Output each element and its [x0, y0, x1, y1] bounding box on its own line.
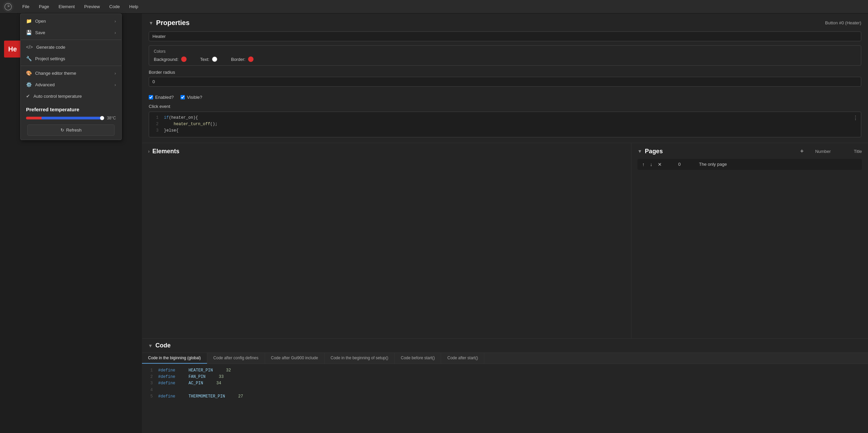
checkbox-row: Enabled? Visible? — [149, 95, 861, 100]
menu-open[interactable]: 📁 Open › — [21, 15, 121, 27]
menu-page[interactable]: Page — [34, 3, 54, 10]
menu-project-settings[interactable]: 🔧 Project settings — [21, 53, 121, 64]
code-icon: </> — [26, 44, 33, 50]
bg-color-dot — [181, 56, 187, 62]
pages-panel: ▼ Pages + Number Title ↑ ↓ ✕ 0 The only … — [631, 143, 868, 338]
menu-bar: File Page Element Preview Code Help — [0, 0, 868, 14]
properties-header: ▼ Properties Button #0 (Heater) — [149, 19, 861, 27]
properties-badge: Button #0 (Heater) — [825, 20, 861, 25]
code-line-3: 3 }else{ — [153, 128, 857, 134]
code-tabs: Code in the biginning (global) Code afte… — [142, 353, 868, 364]
title-col-header: Title — [854, 149, 862, 154]
menu-file[interactable]: File — [18, 3, 34, 10]
page-title: The only page — [699, 162, 727, 167]
visible-checkbox[interactable] — [180, 95, 185, 99]
preferred-temp-section: Preferred temperature 38°C — [21, 102, 121, 122]
code-line-4: 4 — [147, 387, 863, 393]
visible-checkbox-label[interactable]: Visible? — [180, 95, 202, 100]
element-name-input[interactable] — [149, 31, 861, 41]
menu-save[interactable]: 💾 Save › — [21, 27, 121, 38]
temp-value: 38°C — [107, 116, 116, 120]
code-line-2: 2 #define FAN_PIN 33 — [147, 374, 863, 380]
menu-auto-control-temp[interactable]: ✔ Auto control temperature — [21, 90, 121, 102]
click-event-label: Click event — [149, 104, 861, 109]
page-down-button[interactable]: ↓ — [649, 161, 654, 168]
border-radius-input[interactable] — [149, 77, 861, 87]
pages-collapse-icon[interactable]: ▼ — [637, 149, 642, 154]
wrench-icon: 🔧 — [26, 56, 32, 61]
properties-title: ▼ Properties — [149, 19, 190, 27]
bottom-panels-row: › Elements ▼ Pages + Number Title ↑ ↓ ✕ … — [142, 143, 868, 338]
menu-divider — [21, 40, 121, 40]
click-event-section: Click event ⋮ 1 if(heater_on){ 2 heater_… — [149, 104, 861, 137]
temp-slider-row: 38°C — [26, 116, 116, 120]
properties-panel: ▼ Properties Button #0 (Heater) Colors B… — [142, 14, 868, 143]
open-icon: 📁 — [26, 18, 32, 24]
code-panel: ▼ Code Code in the biginning (global) Co… — [142, 338, 868, 433]
elements-header: › Elements — [148, 148, 625, 155]
elements-collapse-icon[interactable]: › — [148, 149, 150, 154]
file-dropdown: 📁 Open › 💾 Save › </> Generate code 🔧 Pr… — [20, 14, 122, 140]
arrow-icon: › — [115, 82, 116, 87]
bg-color-item[interactable]: Background: — [154, 56, 187, 62]
refresh-icon: ↻ — [61, 128, 64, 133]
menu-generate-code[interactable]: </> Generate code — [21, 41, 121, 53]
menu-divider-2 — [21, 66, 121, 66]
arrow-icon: › — [115, 19, 116, 24]
text-color-dot — [212, 56, 217, 62]
table-row: ↑ ↓ ✕ 0 The only page — [637, 159, 862, 170]
palette-icon: 🎨 — [26, 70, 32, 76]
tab-before-start[interactable]: Code before start() — [395, 353, 441, 364]
click-event-editor[interactable]: ⋮ 1 if(heater_on){ 2 heater_turn_off(); … — [149, 112, 861, 137]
enabled-checkbox-label[interactable]: Enabled? — [149, 95, 174, 100]
elements-panel: › Elements — [142, 143, 631, 338]
page-number: 0 — [673, 162, 686, 167]
refresh-button[interactable]: ↻ Refresh — [27, 124, 115, 136]
menu-code[interactable]: Code — [104, 3, 124, 10]
number-col-header: Number — [815, 149, 831, 154]
check-icon: ✔ — [26, 93, 30, 99]
text-color-item[interactable]: Text: — [200, 56, 217, 62]
pages-header: ▼ Pages + Number Title — [637, 148, 862, 155]
gear-icon: ⚙️ — [26, 82, 32, 87]
code-line-1: 1 #define HEATER_PIN 32 — [147, 367, 863, 374]
he-block: He — [4, 41, 21, 58]
preferred-temp-label: Preferred temperature — [26, 107, 116, 112]
arrow-icon: › — [115, 30, 116, 35]
menu-preview[interactable]: Preview — [79, 3, 104, 10]
add-page-button[interactable]: + — [798, 148, 806, 155]
colors-section: Colors Background: Text: Border: — [149, 45, 861, 66]
border-color-item[interactable]: Border: — [231, 56, 254, 62]
enabled-checkbox[interactable] — [149, 95, 153, 99]
arrow-icon: › — [115, 71, 116, 76]
more-options-icon[interactable]: ⋮ — [853, 115, 858, 121]
tab-gui900[interactable]: Code after Gui900 include — [265, 353, 324, 364]
code-line-2: 2 heater_turn_off(); — [153, 121, 857, 128]
page-delete-button[interactable]: ✕ — [656, 161, 663, 168]
temp-slider-thumb — [100, 116, 104, 120]
save-icon: 💾 — [26, 30, 32, 35]
tab-after-start[interactable]: Code after start() — [441, 353, 484, 364]
tab-global[interactable]: Code in the biginning (global) — [142, 353, 207, 364]
code-line-1: 1 if(heater_on){ — [153, 115, 857, 121]
temp-slider-track[interactable] — [26, 117, 104, 119]
code-content: 1 #define HEATER_PIN 32 2 #define FAN_PI… — [142, 364, 868, 403]
border-color-dot — [248, 56, 254, 62]
page-up-button[interactable]: ↑ — [641, 161, 646, 168]
tab-setup[interactable]: Code in the beginning of setup() — [324, 353, 395, 364]
menu-element[interactable]: Element — [54, 3, 79, 10]
menu-change-editor-theme[interactable]: 🎨 Change editor theme › — [21, 67, 121, 79]
collapse-icon[interactable]: ▼ — [149, 20, 153, 26]
code-line-3: 3 #define AC_PIN 34 — [147, 380, 863, 387]
menu-advanced[interactable]: ⚙️ Advanced › — [21, 79, 121, 90]
border-radius-label: Border radius — [149, 70, 861, 75]
menu-help[interactable]: Help — [124, 3, 143, 10]
colors-label: Colors — [154, 49, 856, 54]
border-radius-section: Border radius — [149, 70, 861, 91]
code-panel-header: ▼ Code — [142, 339, 868, 353]
colors-row: Background: Text: Border: — [154, 56, 856, 62]
app-logo — [3, 1, 14, 12]
tab-after-config[interactable]: Code after config defines — [207, 353, 265, 364]
code-line-5: 5 #define THERMOMETER_PIN 27 — [147, 393, 863, 400]
code-collapse-icon[interactable]: ▼ — [148, 343, 153, 348]
